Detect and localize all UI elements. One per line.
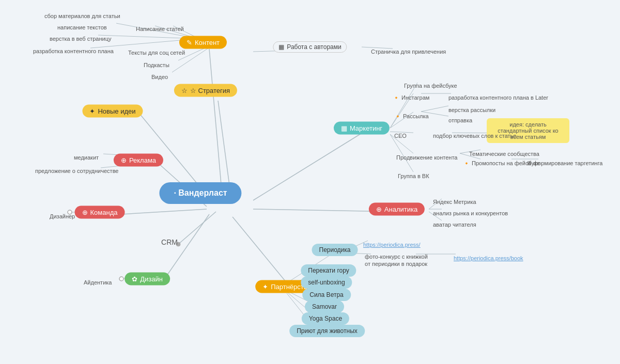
pencil-icon: ✎ (187, 39, 192, 46)
verstka-rassl-label: верстка рассылки (444, 105, 500, 115)
center-node[interactable]: · Вандерласт (159, 182, 241, 204)
svg-line-4 (121, 209, 207, 214)
periodika-node[interactable]: Периодика (312, 244, 358, 256)
komanda-node[interactable]: ⊕ Команда (75, 206, 125, 219)
instagram-label: 🔸 Инстаграм (389, 93, 433, 103)
targetin-label: 🖥 формирование таргетинга (522, 159, 607, 168)
flower-icon: ✿ (132, 275, 137, 283)
yandex-label: Яндекс Метрика (429, 197, 481, 207)
strategiya-node[interactable]: ☆ ☆ Стратегия (174, 84, 237, 97)
link-periodica-book-label[interactable]: https://periodica.press/book (450, 254, 528, 263)
sila-vetra-node[interactable]: Сила Ветра (302, 289, 351, 301)
samovar-node[interactable]: Samovar (305, 300, 344, 313)
reklama-node[interactable]: ⊕ Реклама (114, 154, 163, 167)
podbot-label: подбор ключевых слов к статье (429, 131, 520, 140)
foto-konkurs-label: фото-конкурс с книжкой от периодики в по… (361, 251, 433, 270)
plus2-icon: ⊕ (82, 209, 88, 216)
avatar-label: аватар читателя (429, 220, 481, 229)
video-label: Видео (147, 72, 172, 82)
rassylka-label: 🔸 Рассылка (390, 112, 433, 121)
svg-point-51 (119, 277, 123, 281)
analytics-icon: ⊕ (376, 205, 382, 213)
otpravka-label: отправка (444, 116, 476, 125)
self-unboxing-node[interactable]: self-unboxing (301, 276, 352, 289)
ceo-label: CEO (390, 131, 411, 140)
napisanie-statei-label: Написание статей (132, 24, 188, 34)
link-periodica-label[interactable]: https://periodica.press/ (359, 240, 425, 249)
tematich-label: Тематические сообщества (465, 149, 544, 159)
razrabotka-kp-label: разработка контентного плана (29, 46, 118, 56)
grid-icon: ▦ (341, 124, 347, 132)
svg-line-8 (253, 133, 362, 200)
rabota-s-avtorami-node[interactable]: ▦ Работа с авторами (273, 41, 347, 53)
svg-line-6 (233, 217, 292, 289)
gruppa-fb-label: Группа на фейсбуке (400, 81, 461, 90)
mindmap: · Вандерласт ☆ ☆ Стратегия ✎ Контент ✦ Н… (0, 0, 620, 364)
gruppa-vk-label: Группа в ВК (394, 171, 433, 181)
star2-icon: ✦ (89, 107, 95, 115)
novye-idei-node[interactable]: ✦ Новые идеи (82, 105, 143, 118)
star3-icon: ✦ (262, 283, 268, 291)
teksty-sos-label: Тексты для соц сетей (124, 48, 189, 57)
prodvizhenie-label: Продвижение контента (392, 153, 461, 162)
crm-node[interactable]: CRM (157, 236, 182, 248)
mediakid-label: медиакит (70, 153, 103, 162)
predlozhenie-label: предложение о сотрудничестве (31, 166, 122, 176)
svg-line-1 (209, 49, 222, 196)
marketing-node[interactable]: ▦ Маркетинг (334, 122, 390, 135)
analitika-node[interactable]: ⊕ Аналитика (369, 203, 425, 216)
svg-line-5 (163, 214, 209, 281)
podkasty-label: Подкасты (140, 60, 174, 70)
analiz-label: анализ рынка и конкурентов (429, 209, 512, 218)
plus-icon: ⊕ (121, 156, 127, 164)
razrabotka-later-label: разработка контентного плана в Later (444, 93, 552, 102)
star-icon: ☆ (181, 87, 188, 94)
dizain-node[interactable]: ✿ Дизайн (125, 273, 170, 286)
verstka-veb-label: верстка в веб страницу (45, 34, 116, 43)
svg-line-9 (178, 212, 216, 244)
stranitchka-label: Страничка для привлечения (367, 47, 450, 56)
yoga-space-node[interactable]: Yoga Space (302, 312, 349, 325)
dizainer-label: Дизайнер (45, 212, 79, 221)
sbor-label: сбор материалов для статьи (40, 11, 125, 21)
aiidentika-label: Айдентика (80, 278, 116, 287)
priyot-node[interactable]: Приют для животных (289, 325, 365, 337)
napisanie-label: написание текстов (53, 23, 111, 32)
perekati-node[interactable]: Перекати гору (301, 264, 356, 277)
content-node[interactable]: ✎ Контент (179, 36, 227, 49)
